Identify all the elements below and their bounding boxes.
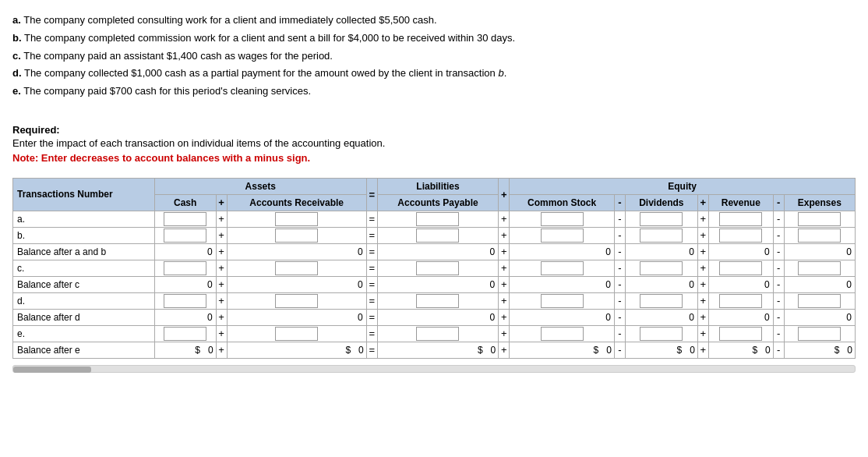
cell-a-div[interactable] — [625, 211, 697, 227]
op-bal-d-3: - — [614, 309, 625, 325]
input-b-rev[interactable] — [719, 228, 762, 243]
cell-bal-c-cs: 0 — [510, 276, 615, 292]
cell-c-cash[interactable] — [154, 260, 216, 276]
cell-bal-e-div: $ 0 — [625, 342, 697, 358]
input-e-div[interactable] — [640, 327, 683, 341]
input-d-ap[interactable] — [416, 294, 459, 308]
cell-bal-d-cs: 0 — [510, 309, 615, 325]
input-d-ar[interactable] — [275, 294, 318, 308]
op-bal-d-5: - — [773, 309, 784, 325]
op-bal-c-4: + — [697, 276, 708, 292]
op-bal-ab-4: + — [697, 243, 708, 260]
col-minus2: - — [773, 194, 784, 211]
input-a-cs[interactable] — [541, 212, 584, 226]
input-b-ar[interactable] — [275, 228, 318, 243]
col-dividends: Dividends — [625, 194, 697, 211]
input-e-rev[interactable] — [719, 327, 762, 341]
cell-e-div[interactable] — [625, 325, 697, 342]
input-b-exp[interactable] — [798, 228, 841, 243]
cell-d-ar[interactable] — [227, 292, 366, 309]
input-c-div[interactable] — [640, 261, 683, 275]
table-row-balance-c: Balance after c 0 + 0 = 0 + 0 - 0 + 0 - … — [13, 276, 856, 292]
op-bal-e-4: + — [697, 342, 708, 358]
cell-d-div[interactable] — [625, 292, 697, 309]
cell-e-cash[interactable] — [154, 325, 216, 342]
input-a-div[interactable] — [640, 212, 683, 226]
cell-e-exp[interactable] — [784, 325, 855, 342]
input-c-exp[interactable] — [798, 261, 841, 275]
row-label-d: d. — [13, 292, 155, 309]
cell-a-rev[interactable] — [708, 211, 773, 227]
cell-c-ar[interactable] — [227, 260, 366, 276]
cell-a-ar[interactable] — [227, 211, 366, 227]
cell-d-cs[interactable] — [510, 292, 615, 309]
input-b-div[interactable] — [640, 228, 683, 243]
note-text: Note: Enter decreases to account balance… — [12, 152, 856, 164]
input-b-cs[interactable] — [541, 228, 584, 243]
cell-d-cash[interactable] — [154, 292, 216, 309]
cell-a-cs[interactable] — [510, 211, 615, 227]
input-a-exp[interactable] — [798, 212, 841, 226]
input-d-rev[interactable] — [719, 294, 762, 308]
cell-d-exp[interactable] — [784, 292, 855, 309]
cell-c-rev[interactable] — [708, 260, 773, 276]
cell-bal-e-cs: $ 0 — [510, 342, 615, 358]
input-e-exp[interactable] — [798, 327, 841, 341]
input-e-cs[interactable] — [541, 327, 584, 341]
cell-e-ap[interactable] — [377, 325, 499, 342]
op-d-3: - — [614, 292, 625, 309]
op-bal-ab-1: + — [216, 243, 227, 260]
cell-d-ap[interactable] — [377, 292, 499, 309]
input-a-ar[interactable] — [275, 212, 318, 226]
cell-b-div[interactable] — [625, 227, 697, 243]
cell-b-rev[interactable] — [708, 227, 773, 243]
input-d-div[interactable] — [640, 294, 683, 308]
input-c-cash[interactable] — [164, 261, 206, 275]
input-a-rev[interactable] — [719, 212, 762, 226]
input-a-cash[interactable] — [164, 212, 206, 226]
col-transactions-number: Transactions Number — [13, 178, 155, 211]
op-d-4: + — [697, 292, 708, 309]
input-d-exp[interactable] — [798, 294, 841, 308]
cell-e-rev[interactable] — [708, 325, 773, 342]
input-e-ap[interactable] — [416, 327, 459, 341]
input-e-ar[interactable] — [275, 327, 318, 341]
plus-header: + — [499, 178, 510, 211]
col-accounts-payable: Accounts Payable — [377, 194, 499, 211]
cell-d-rev[interactable] — [708, 292, 773, 309]
horizontal-scrollbar[interactable] — [12, 365, 856, 373]
cell-a-cash[interactable] — [154, 211, 216, 227]
cell-a-ap[interactable] — [377, 211, 499, 227]
input-b-ap[interactable] — [416, 228, 459, 243]
cell-c-div[interactable] — [625, 260, 697, 276]
cell-bal-d-cash: 0 — [154, 309, 216, 325]
input-c-ar[interactable] — [275, 261, 318, 275]
input-a-ap[interactable] — [416, 212, 459, 226]
input-d-cs[interactable] — [541, 294, 584, 308]
row-label-e: e. — [13, 325, 155, 342]
cell-b-cs[interactable] — [510, 227, 615, 243]
input-e-cash[interactable] — [164, 327, 206, 341]
cell-b-ap[interactable] — [377, 227, 499, 243]
input-c-cs[interactable] — [541, 261, 584, 275]
input-c-rev[interactable] — [719, 261, 762, 275]
input-b-cash[interactable] — [164, 228, 206, 243]
op-c-4: + — [697, 260, 708, 276]
input-c-ap[interactable] — [416, 261, 459, 275]
row-label-a: a. — [13, 211, 155, 227]
input-d-cash[interactable] — [164, 294, 206, 308]
cell-c-cs[interactable] — [510, 260, 615, 276]
cell-b-cash[interactable] — [154, 227, 216, 243]
cell-c-ap[interactable] — [377, 260, 499, 276]
col-plus3: + — [697, 194, 708, 211]
cell-b-ar[interactable] — [227, 227, 366, 243]
required-label: Required: — [12, 124, 856, 136]
cell-e-ar[interactable] — [227, 325, 366, 342]
cell-e-cs[interactable] — [510, 325, 615, 342]
cell-a-exp[interactable] — [784, 211, 855, 227]
cell-c-exp[interactable] — [784, 260, 855, 276]
table-row-a: a. + = + - + - — [13, 211, 856, 227]
cell-b-exp[interactable] — [784, 227, 855, 243]
scrollbar-thumb[interactable] — [13, 367, 91, 373]
op-e-5: - — [773, 325, 784, 342]
